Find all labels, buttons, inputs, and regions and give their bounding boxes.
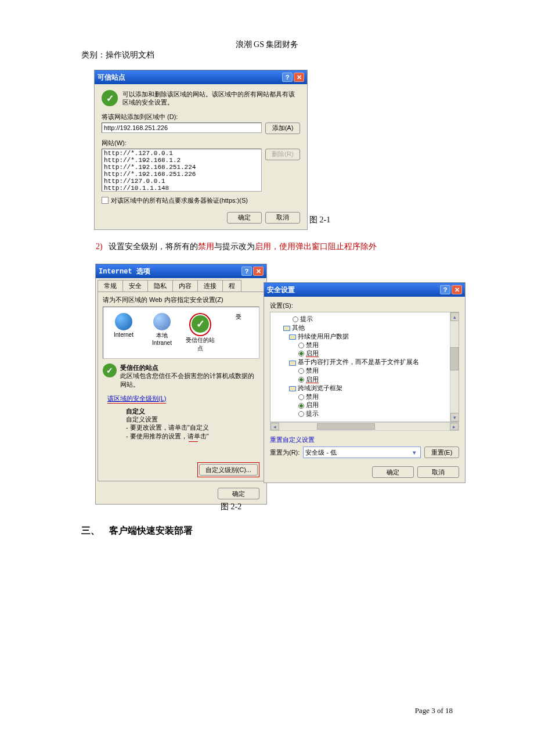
cat-crossframe: 跨域浏览子框架 bbox=[298, 384, 342, 391]
help-icon[interactable]: ? bbox=[241, 267, 252, 276]
custom-title: 自定义 bbox=[126, 407, 259, 415]
tab-general[interactable]: 常规 bbox=[98, 280, 123, 291]
zone-label: 本地 bbox=[156, 332, 168, 340]
radio-on-icon[interactable] bbox=[298, 403, 304, 409]
doc-category: 类别：操作说明文档 bbox=[81, 50, 154, 60]
list-item[interactable]: http://*.192.168.251.226 bbox=[104, 171, 259, 178]
radio-icon[interactable] bbox=[298, 343, 304, 348]
folder-icon bbox=[289, 359, 296, 366]
opt-enable: 启用 bbox=[306, 376, 319, 383]
radio-icon[interactable] bbox=[298, 411, 304, 417]
hscrollbar[interactable]: ◂ ▸ bbox=[270, 422, 459, 431]
hscroll-thumb[interactable] bbox=[317, 423, 375, 430]
figure-label-1: 图 2-1 bbox=[309, 215, 330, 225]
https-checkbox[interactable] bbox=[102, 197, 109, 204]
radio-on-icon[interactable] bbox=[298, 377, 304, 383]
list-item[interactable]: http://*.192.168.1.2 bbox=[104, 157, 259, 164]
tab-content[interactable]: 内容 bbox=[172, 280, 198, 291]
step-enable: 启用，使用弹出窗口阻止程序除外 bbox=[255, 242, 377, 251]
trusted-desc: 此区域包含您信任不会损害您的计算机或数据的网站。 bbox=[120, 372, 259, 388]
tab-connections[interactable]: 连接 bbox=[197, 280, 223, 291]
reset-level-select[interactable]: 安全级 - 低 ▾ bbox=[303, 447, 421, 458]
radio-icon[interactable] bbox=[298, 394, 304, 400]
add-site-label: 将该网站添加到区域中 (D): bbox=[102, 113, 300, 121]
dialog1-titlebar: 可信站点 ? ✕ bbox=[95, 70, 307, 84]
list-item[interactable]: http://127.0.0.1 bbox=[104, 178, 259, 185]
scroll-down-icon[interactable]: ▾ bbox=[450, 413, 459, 422]
ok-button[interactable]: 确定 bbox=[218, 488, 259, 499]
trusted-sites-dialog: 可信站点 ? ✕ ✓ 可以添加和删除该区域的网站。该区域中的所有网站都具有该区域… bbox=[94, 70, 308, 230]
security-panel: 请为不同区域的 Web 内容指定安全设置(Z) Internet 本地 Intr… bbox=[98, 291, 265, 481]
custom-level-button[interactable]: 自定义级别(C)... bbox=[199, 464, 258, 476]
zone-intranet[interactable]: 本地 Intranet bbox=[146, 313, 178, 352]
zone-label: 受 bbox=[236, 313, 241, 321]
section-num: 三、 bbox=[81, 525, 100, 535]
https-label: 对该区域中的所有站点要求服务器验证(https:)(S) bbox=[111, 196, 248, 205]
help-icon[interactable]: ? bbox=[282, 73, 293, 82]
ok-button[interactable]: 确定 bbox=[372, 466, 414, 478]
zone-label: 受信任的站 bbox=[186, 336, 215, 344]
opt-disable: 禁用 bbox=[306, 367, 319, 374]
add-button[interactable]: 添加(A) bbox=[265, 123, 300, 134]
help-icon[interactable]: ? bbox=[440, 285, 450, 294]
opt-disable: 禁用 bbox=[306, 393, 319, 400]
reset-section-title: 重置自定义设置 bbox=[270, 435, 459, 444]
zone-label2: 点 bbox=[197, 344, 203, 352]
scroll-thumb[interactable] bbox=[450, 347, 459, 370]
opt-prompt: 提示 bbox=[306, 410, 319, 417]
security-level-link[interactable]: 该区域的安全级别(L) bbox=[107, 394, 166, 404]
sites-list-label: 网站(W): bbox=[102, 139, 300, 147]
site-url-input[interactable] bbox=[102, 123, 262, 133]
list-item[interactable]: http://*.192.168.251.224 bbox=[104, 164, 259, 171]
reset-value: 安全级 - 低 bbox=[305, 448, 337, 457]
panel-label: 请为不同区域的 Web 内容指定安全设置(Z) bbox=[103, 296, 259, 304]
cancel-button[interactable]: 取消 bbox=[265, 212, 300, 224]
opt-enable: 启用 bbox=[306, 401, 319, 408]
opt-prompt: 提示 bbox=[300, 315, 313, 322]
dialog1-title: 可信站点 bbox=[98, 73, 282, 82]
figure-label-2: 图 2-2 bbox=[221, 502, 241, 512]
trusted-check-icon: ✓ bbox=[192, 315, 209, 333]
scroll-right-icon[interactable]: ▸ bbox=[450, 423, 459, 430]
zone-trusted[interactable]: ✓ 受信任的站 点 bbox=[184, 313, 217, 352]
section-3-heading: 三、 客户端快速安装部署 bbox=[81, 525, 193, 537]
zone-internet[interactable]: Internet bbox=[107, 313, 140, 352]
section-title: 客户端快速安装部署 bbox=[109, 525, 193, 535]
ok-button[interactable]: 确定 bbox=[227, 212, 262, 224]
list-item[interactable]: http://*.127.0.0.1 bbox=[104, 150, 259, 157]
tab-programs[interactable]: 程 bbox=[222, 280, 241, 291]
chevron-down-icon[interactable]: ▾ bbox=[410, 449, 418, 456]
radio-on-icon[interactable] bbox=[298, 351, 304, 357]
dialog2-title: Internet 选项 bbox=[99, 267, 241, 276]
vscrollbar[interactable]: ▴ ▾ bbox=[450, 312, 459, 422]
scroll-up-icon[interactable]: ▴ bbox=[450, 312, 459, 321]
step-pre: 设置安全级别，将所有的 bbox=[109, 242, 198, 251]
intranet-icon bbox=[153, 313, 171, 330]
custom-sub: 自定义设置 bbox=[126, 415, 259, 423]
cat-opencontent: 基于内容打开文件，而不是基于文件扩展名 bbox=[298, 358, 419, 365]
page-footer: Page 3 of 18 bbox=[415, 706, 453, 715]
close-icon[interactable]: ✕ bbox=[294, 73, 304, 82]
reset-button[interactable]: 重置(E) bbox=[424, 447, 459, 458]
close-icon[interactable]: ✕ bbox=[452, 285, 462, 294]
reset-label: 重置为(R): bbox=[270, 448, 300, 457]
close-icon[interactable]: ✕ bbox=[253, 267, 264, 276]
dialog3-title: 安全设置 bbox=[267, 285, 440, 295]
cancel-button[interactable]: 取消 bbox=[417, 466, 459, 478]
settings-tree[interactable]: 提示 其他 持续使用用户数据 禁用 启用 基于内容打开文件，而不是基于文件扩展名… bbox=[270, 312, 459, 422]
radio-icon[interactable] bbox=[293, 316, 298, 322]
zone-restricted[interactable]: 受 bbox=[222, 313, 255, 352]
sites-listbox[interactable]: http://*.127.0.0.1 http://*.192.168.1.2 … bbox=[102, 149, 262, 192]
page-header-title: 浪潮 GS 集团财务 bbox=[0, 0, 534, 50]
tabs: 常规 安全 隐私 内容 连接 程 bbox=[96, 278, 266, 291]
settings-label: 设置(S): bbox=[270, 301, 459, 310]
tab-security[interactable]: 安全 bbox=[122, 280, 148, 291]
check-icon: ✓ bbox=[103, 363, 117, 377]
tab-privacy[interactable]: 隐私 bbox=[147, 280, 173, 291]
scroll-left-icon[interactable]: ◂ bbox=[270, 423, 279, 430]
step-2-text: 2) 设置安全级别，将所有的禁用与提示改为启用，使用弹出窗口阻止程序除外 bbox=[96, 242, 377, 252]
radio-icon[interactable] bbox=[298, 368, 304, 374]
list-item[interactable]: http://10.1.1.148 bbox=[104, 185, 259, 192]
step-disable: 禁用 bbox=[198, 242, 214, 251]
security-settings-dialog: 安全设置 ? ✕ 设置(S): 提示 其他 持续使用用户数据 禁用 启用 基于内… bbox=[264, 282, 466, 483]
